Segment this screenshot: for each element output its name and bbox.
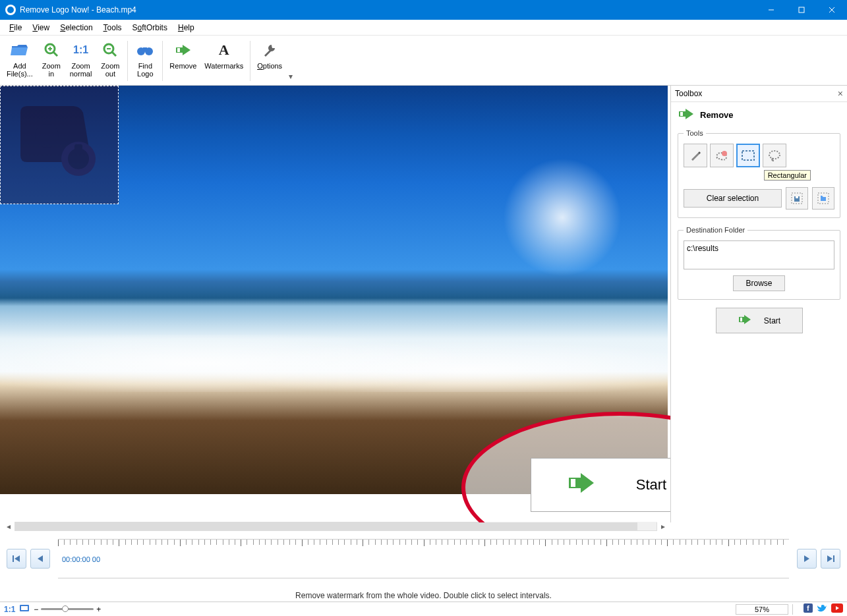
add-files-button[interactable]: AddFile(s)... <box>3 37 37 85</box>
zoom-slider[interactable]: − + <box>34 605 101 614</box>
menu-tools[interactable]: Tools <box>98 22 127 34</box>
toolbar-label: Zoomnormal <box>70 62 92 78</box>
zoom-normal-button[interactable]: 1:1 Zoomnormal <box>66 37 96 85</box>
menu-softorbits[interactable]: SoftOrbits <box>127 22 173 34</box>
twitter-icon[interactable] <box>817 603 827 615</box>
toolbar: AddFile(s)... Zoomin 1:1 Zoomnormal Zoom… <box>0 36 847 86</box>
window-title: Remove Logo Now! - Beach.mp4 <box>20 5 756 14</box>
menu-bar: File View Selection Tools SoftOrbits Hel… <box>0 20 847 36</box>
selection-rectangle[interactable] <box>0 86 119 204</box>
fit-screen-icon[interactable] <box>19 604 30 614</box>
goto-end-button[interactable] <box>821 549 840 569</box>
title-bar: Remove Logo Now! - Beach.mp4 <box>0 0 847 20</box>
toolbox-title: Toolbox <box>675 89 702 98</box>
video-frame <box>0 86 668 494</box>
watermarks-button[interactable]: A Watermarks <box>200 37 247 85</box>
destination-path-input[interactable] <box>684 240 834 269</box>
start-label: Start <box>764 316 780 325</box>
goto-start-button[interactable] <box>7 549 26 569</box>
zoom-ratio-label[interactable]: 1:1 <box>4 605 15 614</box>
destination-legend: Destination Folder <box>684 226 747 234</box>
zoom-normal-icon: 1:1 <box>73 40 88 61</box>
playback-bar: 00:00:00 00 <box>0 533 847 584</box>
svg-rect-26 <box>13 555 14 562</box>
zoom-plus-icon[interactable]: + <box>96 605 101 614</box>
tools-legend: Tools <box>684 129 706 137</box>
lasso-tool[interactable] <box>763 144 786 167</box>
arrow-right-icon <box>678 107 695 123</box>
toolbar-label: Watermarks <box>204 62 243 70</box>
menu-file[interactable]: File <box>4 22 27 34</box>
annotation-start-button: Start <box>531 458 670 512</box>
arrow-right-icon <box>566 471 597 499</box>
start-button[interactable]: Start <box>716 308 803 333</box>
svg-text:f: f <box>807 604 809 612</box>
remove-button[interactable]: Remove <box>165 37 200 85</box>
load-selection-button[interactable] <box>812 187 834 210</box>
minimize-button[interactable] <box>756 0 786 20</box>
scroll-thumb[interactable] <box>15 522 637 530</box>
close-button[interactable] <box>817 0 847 20</box>
toolbar-label: AddFile(s)... <box>7 62 33 78</box>
toolbar-overflow[interactable]: ▾ <box>286 37 295 85</box>
annotation-start-label: Start <box>636 476 666 493</box>
options-button[interactable]: Options <box>253 37 286 85</box>
zoom-in-icon <box>44 40 59 61</box>
scroll-right-icon[interactable]: ▸ <box>658 522 668 531</box>
zoom-percent[interactable]: 57% <box>736 604 788 615</box>
toolbar-label: Options <box>257 62 282 70</box>
browse-button[interactable]: Browse <box>733 275 784 291</box>
rectangular-tool[interactable] <box>736 144 760 167</box>
svg-point-14 <box>35 124 59 148</box>
youtube-icon[interactable] <box>831 603 843 615</box>
zoom-in-button[interactable]: Zoomin <box>37 37 66 85</box>
svg-line-5 <box>53 52 57 56</box>
marker-tool[interactable] <box>684 144 707 167</box>
main-area: Start Toolbox × Remove Tools R <box>0 86 847 522</box>
svg-rect-1 <box>799 7 804 13</box>
destination-fieldset: Destination Folder Browse <box>678 226 840 300</box>
svg-rect-29 <box>21 606 28 610</box>
svg-rect-27 <box>833 555 834 562</box>
prev-frame-button[interactable] <box>30 549 50 569</box>
toolbar-separator <box>127 41 128 81</box>
canvas-viewport[interactable]: Start <box>0 86 670 522</box>
svg-rect-25 <box>740 318 742 322</box>
toolbar-separator <box>162 41 163 81</box>
clear-selection-button[interactable]: Clear selection <box>684 189 782 208</box>
status-bar: 1:1 − + 57% f <box>0 602 847 616</box>
app-icon <box>5 5 16 15</box>
arrow-right-icon <box>175 40 192 61</box>
next-frame-button[interactable] <box>797 549 817 569</box>
save-selection-button[interactable] <box>786 187 808 210</box>
maximize-button[interactable] <box>786 0 817 20</box>
timecode: 00:00:00 00 <box>62 555 100 563</box>
timeline-hint: Remove watermark from the whole video. D… <box>0 591 847 600</box>
zoom-out-button[interactable]: Zoomout <box>96 37 125 85</box>
timeline[interactable]: 00:00:00 00 <box>58 539 789 578</box>
binoculars-icon <box>136 40 154 61</box>
menu-view[interactable]: View <box>27 22 55 34</box>
menu-selection[interactable]: Selection <box>55 22 98 34</box>
facebook-icon[interactable]: f <box>803 603 813 615</box>
scroll-left-icon[interactable]: ◂ <box>4 522 13 531</box>
menu-help[interactable]: Help <box>173 22 200 34</box>
toolbar-label: Zoomin <box>42 62 61 78</box>
toolbar-separator <box>250 41 250 81</box>
svg-line-9 <box>112 52 116 56</box>
freeform-tool[interactable] <box>710 144 734 167</box>
tools-fieldset: Tools Rectangular Clear selection <box>678 129 840 218</box>
svg-rect-23 <box>796 196 798 198</box>
horizontal-scrollbar[interactable]: ◂ ▸ <box>4 521 668 532</box>
toolbox-panel: Toolbox × Remove Tools Rectangular Clear… <box>670 86 847 522</box>
scroll-track[interactable] <box>15 522 657 531</box>
zoom-minus-icon[interactable]: − <box>34 605 38 614</box>
svg-point-18 <box>722 151 727 156</box>
find-logo-button[interactable]: FindLogo <box>131 37 160 85</box>
arrow-right-icon <box>738 314 752 327</box>
svg-rect-19 <box>742 151 754 160</box>
folder-icon <box>11 40 29 61</box>
svg-point-20 <box>769 151 780 159</box>
close-icon[interactable]: × <box>838 88 843 99</box>
wrench-icon <box>262 40 277 61</box>
